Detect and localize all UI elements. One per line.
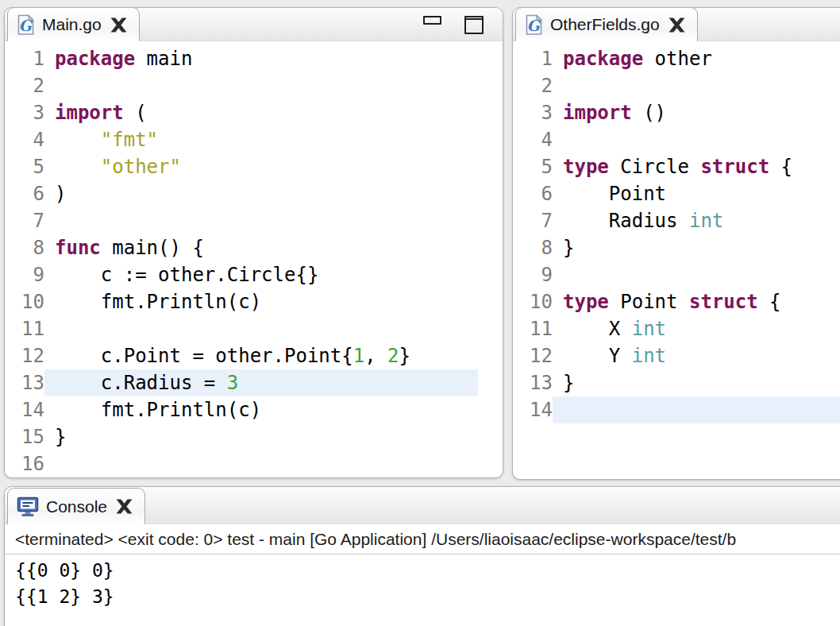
code-text: } — [553, 234, 840, 261]
line-number: 4 — [513, 126, 553, 153]
console-status-line: <terminated> <exit code: 0> test - main … — [5, 524, 840, 555]
code-line: 2 — [513, 72, 840, 99]
console-output-line: {{0 0} 0} — [15, 558, 840, 584]
line-number: 5 — [5, 153, 44, 180]
code-text — [553, 72, 840, 99]
tab-main-go[interactable]: G Main.go — [7, 7, 140, 41]
code-text — [553, 126, 840, 153]
line-number: 16 — [5, 450, 44, 477]
code-line: 1package other — [513, 45, 840, 72]
console-output[interactable]: {{0 0} 0}{{1 2} 3} — [5, 555, 840, 610]
code-text — [44, 315, 503, 342]
code-text: type Circle struct { — [553, 153, 840, 180]
code-text: Y int — [553, 342, 840, 369]
code-text — [553, 396, 840, 423]
code-text: c.Radius = 3 — [44, 369, 503, 396]
main-editor-tabstrip: G Main.go — [5, 8, 503, 41]
code-text: "fmt" — [44, 126, 503, 153]
code-line: 3import () — [513, 99, 840, 126]
code-line: 15} — [5, 423, 503, 450]
code-line: 9 c := other.Circle{} — [5, 261, 503, 288]
go-file-icon: G — [525, 14, 543, 36]
code-line: 1package main — [5, 45, 503, 72]
line-number: 3 — [5, 99, 44, 126]
maximize-icon[interactable] — [464, 16, 484, 34]
line-number: 14 — [5, 396, 44, 423]
line-number: 1 — [513, 45, 553, 72]
code-line: 10type Point struct { — [513, 288, 840, 315]
code-line: 11 X int — [513, 315, 840, 342]
code-line-current: 14 — [513, 396, 840, 423]
line-number: 4 — [5, 126, 44, 153]
code-text: } — [44, 423, 503, 450]
close-icon[interactable] — [669, 17, 685, 33]
code-line: 5type Circle struct { — [513, 153, 840, 180]
code-text: func main() { — [44, 234, 503, 261]
line-number: 12 — [5, 342, 44, 369]
code-text — [44, 207, 503, 234]
line-number: 7 — [5, 207, 44, 234]
close-icon[interactable] — [110, 17, 127, 33]
code-line: 4 — [513, 126, 840, 153]
console-icon — [17, 497, 39, 517]
minimize-icon[interactable] — [423, 16, 441, 25]
code-text — [553, 261, 840, 288]
line-number: 6 — [513, 180, 553, 207]
code-text: c := other.Circle{} — [44, 261, 503, 288]
tab-otherfields-go[interactable]: G OtherFields.go — [515, 7, 698, 41]
console-output-line: {{1 2} 3} — [15, 584, 840, 610]
code-text: package main — [44, 45, 503, 72]
line-number: 15 — [5, 423, 44, 450]
code-text: c.Point = other.Point{1, 2} — [44, 342, 503, 369]
tab-console[interactable]: Console — [7, 488, 145, 524]
code-area-otherfields[interactable]: 1package other23import ()45type Circle s… — [513, 41, 840, 423]
code-text: fmt.Println(c) — [44, 288, 503, 315]
line-number: 6 — [5, 180, 44, 207]
code-text: } — [553, 369, 840, 396]
line-number: 1 — [5, 45, 44, 72]
line-number: 9 — [513, 261, 553, 288]
code-line: 7 — [5, 207, 503, 234]
tab-label: Main.go — [42, 15, 102, 34]
code-line: 8func main() { — [5, 234, 503, 261]
close-icon[interactable] — [116, 499, 133, 514]
code-line: 3import ( — [5, 99, 503, 126]
code-text: type Point struct { — [553, 288, 840, 315]
line-number: 11 — [5, 315, 44, 342]
window-controls — [423, 8, 484, 41]
svg-text:G: G — [526, 16, 541, 33]
line-number: 3 — [513, 99, 553, 126]
tab-label: Console — [46, 497, 107, 516]
code-line: 6) — [5, 180, 503, 207]
code-line: 4 "fmt" — [5, 126, 503, 153]
console-tabstrip: Console — [5, 487, 840, 524]
code-line: 6 Point — [513, 180, 840, 207]
code-line: 9 — [513, 261, 840, 288]
line-number: 7 — [513, 207, 553, 234]
line-number: 8 — [5, 234, 44, 261]
go-file-icon: G — [17, 14, 35, 36]
line-number: 10 — [5, 288, 44, 315]
line-number: 5 — [513, 153, 553, 180]
editor-pane-main: G Main.go 1package main23import (4 "fmt"… — [4, 7, 503, 478]
code-text: fmt.Println(c) — [44, 396, 503, 423]
code-text: ) — [44, 180, 503, 207]
tab-label: OtherFields.go — [550, 15, 660, 34]
code-line: 16 — [5, 450, 503, 477]
code-text: Radius int — [553, 207, 840, 234]
code-line: 12 Y int — [513, 342, 840, 369]
code-line: 7 Radius int — [513, 207, 840, 234]
line-number: 12 — [513, 342, 553, 369]
code-line: 11 — [5, 315, 503, 342]
line-number: 9 — [5, 261, 44, 288]
code-text: import () — [553, 99, 840, 126]
code-area-main[interactable]: 1package main23import (4 "fmt"5 "other"6… — [5, 41, 503, 477]
code-line: 14 fmt.Println(c) — [5, 396, 503, 423]
code-line: 2 — [5, 72, 503, 99]
code-line: 13} — [513, 369, 840, 396]
code-line: 12 c.Point = other.Point{1, 2} — [5, 342, 503, 369]
svg-text:G: G — [18, 16, 33, 33]
otherfields-editor-tabstrip: G OtherFields.go — [513, 8, 840, 41]
line-number: 11 — [513, 315, 553, 342]
line-number: 2 — [513, 72, 553, 99]
